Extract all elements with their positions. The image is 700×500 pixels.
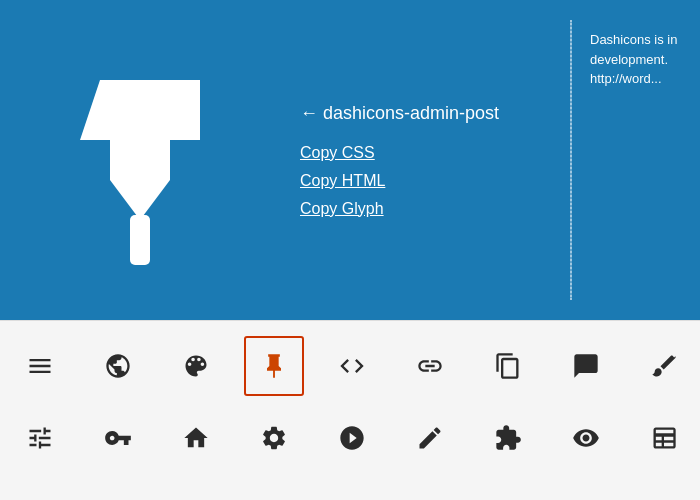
pin-icon bbox=[260, 352, 288, 380]
icon-grid bbox=[10, 336, 690, 468]
palette-icon bbox=[182, 352, 210, 380]
home-icon bbox=[182, 424, 210, 452]
gear-icon bbox=[260, 424, 288, 452]
key-icon-cell[interactable] bbox=[88, 408, 148, 468]
icon-name: ← dashicons-admin-post bbox=[300, 103, 499, 124]
shortcode-icon-cell[interactable] bbox=[322, 336, 382, 396]
edit-icon-cell[interactable] bbox=[400, 408, 460, 468]
back-icon bbox=[338, 424, 366, 452]
plugin-icon-cell[interactable] bbox=[478, 408, 538, 468]
home-icon-cell[interactable] bbox=[166, 408, 226, 468]
copy-glyph-button[interactable]: Copy Glyph bbox=[300, 200, 499, 218]
palette-icon-cell[interactable] bbox=[166, 336, 226, 396]
globe-icon-cell[interactable] bbox=[88, 336, 148, 396]
menu-icon bbox=[26, 352, 54, 380]
plugin-icon bbox=[494, 424, 522, 452]
icon-display bbox=[0, 0, 280, 320]
svg-rect-0 bbox=[130, 215, 150, 265]
chat-icon bbox=[572, 352, 600, 380]
edit-icon bbox=[416, 424, 444, 452]
menu-icon-cell[interactable] bbox=[10, 336, 70, 396]
sliders-icon-cell[interactable] bbox=[10, 408, 70, 468]
link-icon-cell[interactable] bbox=[400, 336, 460, 396]
visibility-icon-cell[interactable] bbox=[556, 408, 616, 468]
bottom-panel bbox=[0, 320, 700, 500]
visibility-icon bbox=[572, 424, 600, 452]
copy-html-button[interactable]: Copy HTML bbox=[300, 172, 499, 190]
gear-icon-cell[interactable] bbox=[244, 408, 304, 468]
copy-panel: ← dashicons-admin-post Copy CSS Copy HTM… bbox=[280, 103, 499, 218]
copy-icon-cell[interactable] bbox=[478, 336, 538, 396]
copy-icon bbox=[494, 352, 522, 380]
copy-css-button[interactable]: Copy CSS bbox=[300, 144, 499, 162]
table-icon bbox=[650, 424, 678, 452]
chat-icon-cell[interactable] bbox=[556, 336, 616, 396]
back-icon-cell[interactable] bbox=[322, 408, 382, 468]
large-icon bbox=[40, 50, 240, 270]
pin-icon-cell[interactable] bbox=[244, 336, 304, 396]
top-panel: ← dashicons-admin-post Copy CSS Copy HTM… bbox=[0, 0, 700, 320]
table-icon-cell[interactable] bbox=[634, 408, 694, 468]
globe-icon bbox=[104, 352, 132, 380]
brush-icon-cell[interactable] bbox=[634, 336, 694, 396]
sliders-icon bbox=[26, 424, 54, 452]
key-icon bbox=[104, 424, 132, 452]
brush-icon bbox=[650, 352, 678, 380]
shortcode-icon bbox=[338, 352, 366, 380]
info-panel: Dashicons is in development. http://word… bbox=[590, 30, 700, 89]
link-icon bbox=[416, 352, 444, 380]
info-link[interactable]: http://word... bbox=[590, 71, 662, 86]
panel-divider bbox=[570, 20, 572, 300]
info-text: Dashicons is in development. bbox=[590, 32, 677, 67]
